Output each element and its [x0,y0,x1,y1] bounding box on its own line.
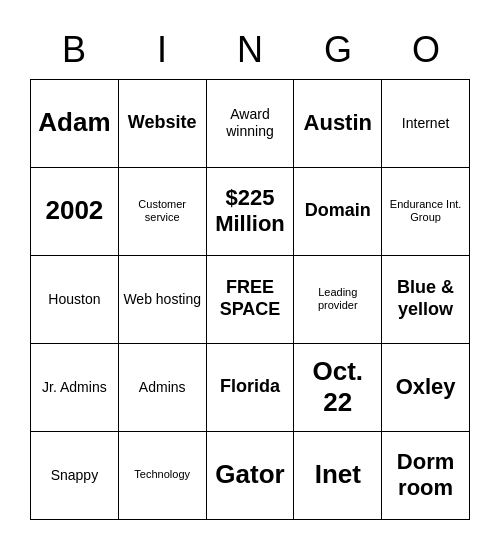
cell-content: Leading provider [298,286,377,312]
grid-cell: Technology [119,432,207,520]
cell-content: Internet [402,115,449,132]
cell-content: Houston [48,291,100,308]
cell-content: Florida [220,376,280,398]
header-letter: N [206,25,294,75]
grid-cell: Adam [31,80,119,168]
header-letter: I [118,25,206,75]
cell-content: Dorm room [386,449,465,502]
grid-cell: Inet [294,432,382,520]
header-letter: B [30,25,118,75]
grid-cell: Oxley [382,344,470,432]
grid-cell: $225 Million [207,168,295,256]
cell-content: Gator [215,459,284,490]
grid-cell: Domain [294,168,382,256]
cell-content: Snappy [51,467,98,484]
grid-cell: Customer service [119,168,207,256]
cell-content: Web hosting [123,291,201,308]
grid-cell: Jr. Admins [31,344,119,432]
grid-cell: Houston [31,256,119,344]
grid-cell: Endurance Int. Group [382,168,470,256]
grid-cell: Blue & yellow [382,256,470,344]
grid-cell: Award winning [207,80,295,168]
cell-content: Blue & yellow [386,277,465,320]
grid-cell: Internet [382,80,470,168]
cell-content: Customer service [123,198,202,224]
cell-content: Adam [38,107,110,138]
cell-content: $225 Million [211,185,290,238]
header-letter: G [294,25,382,75]
cell-content: Technology [134,468,190,481]
bingo-grid: AdamWebsiteAward winningAustinInternet20… [30,79,470,520]
bingo-card: BINGO AdamWebsiteAward winningAustinInte… [20,15,480,530]
cell-content: Oxley [396,374,456,400]
grid-cell: Oct. 22 [294,344,382,432]
grid-cell: FREE SPACE [207,256,295,344]
cell-content: Austin [304,110,372,136]
grid-cell: Dorm room [382,432,470,520]
grid-cell: 2002 [31,168,119,256]
cell-content: Domain [305,200,371,222]
cell-content: Oct. 22 [298,356,377,418]
cell-content: Endurance Int. Group [386,198,465,224]
bingo-header: BINGO [30,25,470,75]
grid-cell: Florida [207,344,295,432]
cell-content: 2002 [45,195,103,226]
cell-content: Website [128,112,197,134]
cell-content: Jr. Admins [42,379,107,396]
cell-content: Award winning [211,106,290,140]
cell-content: Admins [139,379,186,396]
cell-content: Inet [315,459,361,490]
grid-cell: Austin [294,80,382,168]
grid-cell: Snappy [31,432,119,520]
grid-cell: Admins [119,344,207,432]
cell-content: FREE SPACE [211,277,290,320]
grid-cell: Leading provider [294,256,382,344]
grid-cell: Website [119,80,207,168]
grid-cell: Web hosting [119,256,207,344]
grid-cell: Gator [207,432,295,520]
header-letter: O [382,25,470,75]
